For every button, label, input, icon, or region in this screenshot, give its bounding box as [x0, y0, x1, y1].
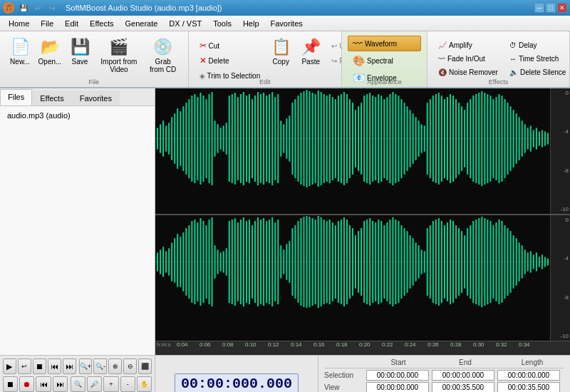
deletesilence-button[interactable]: 🔈 Delete Silence: [506, 66, 569, 78]
waveform-channel-2[interactable]: 0 -4 -8 -10: [155, 215, 570, 341]
svg-rect-208: [349, 225, 351, 299]
waveform-button[interactable]: 〰 Waveform: [348, 36, 421, 51]
menu-file[interactable]: File: [35, 18, 59, 29]
svg-rect-135: [539, 131, 540, 145]
cut-button[interactable]: ✂ Cut: [196, 38, 264, 53]
save-button[interactable]: 💾 Save: [66, 36, 94, 78]
svg-rect-228: [407, 231, 408, 293]
noise-button[interactable]: 🔇 Noise Remover: [435, 66, 502, 78]
zoom-out-h-button[interactable]: 🔍-: [93, 359, 107, 374]
menu-home[interactable]: Home: [3, 18, 35, 29]
selection-start-field[interactable]: [366, 370, 429, 381]
grab-label: Grab from CD: [147, 58, 179, 73]
prev-button[interactable]: ⏮: [48, 359, 61, 374]
selection-end-field[interactable]: [432, 370, 494, 381]
spectral-button[interactable]: 🎨 Spectral: [348, 53, 421, 68]
svg-rect-214: [366, 220, 368, 304]
zoom-v1-button[interactable]: +: [103, 376, 118, 392]
copy-button[interactable]: 📋 Copy: [266, 36, 295, 78]
svg-rect-68: [346, 94, 348, 183]
svg-rect-237: [432, 221, 434, 303]
zoom-in-v-button[interactable]: ⊕: [108, 359, 122, 374]
timeline-032: 0:32: [496, 341, 507, 348]
loop-button[interactable]: ↩: [18, 359, 31, 374]
svg-rect-66: [341, 94, 342, 183]
next-button[interactable]: ⏭: [63, 359, 76, 374]
hand-button[interactable]: ✋: [137, 376, 152, 392]
amplify-button[interactable]: 📈 Amplify: [435, 38, 502, 51]
stop2-button[interactable]: ⏹: [3, 376, 18, 392]
quick-btn-1[interactable]: 💾: [17, 1, 30, 14]
svg-rect-56: [312, 93, 314, 185]
zoom-in-h-button[interactable]: 🔍+: [79, 359, 93, 374]
svg-rect-74: [363, 96, 365, 182]
svg-rect-277: [547, 258, 549, 265]
skip-end-button[interactable]: ⏭: [53, 376, 68, 392]
stop-button[interactable]: ⏹: [33, 359, 46, 374]
menu-help[interactable]: Help: [237, 18, 265, 29]
list-item[interactable]: audio.mp3 (audio): [3, 109, 152, 122]
menu-favorites[interactable]: Favorites: [265, 18, 309, 29]
svg-rect-226: [400, 225, 402, 299]
fadein-button[interactable]: 〰 Fade In/Out: [435, 52, 502, 65]
zoom-v2-button[interactable]: -: [120, 376, 135, 392]
copy-label: Copy: [273, 58, 289, 66]
zoom-all-button[interactable]: 🔎: [87, 376, 102, 392]
view-end-field[interactable]: [432, 382, 494, 392]
svg-rect-5: [165, 125, 167, 151]
minimize-button[interactable]: ─: [534, 3, 544, 13]
svg-rect-227: [404, 228, 405, 296]
file-group-label: File: [0, 78, 188, 86]
svg-rect-268: [522, 245, 523, 278]
maximize-button[interactable]: □: [546, 3, 556, 13]
svg-rect-154: [194, 220, 195, 304]
waveform-area[interactable]: 0 -4 -8 -10: [155, 88, 570, 355]
view-length-field[interactable]: [497, 382, 560, 392]
info-section: Start End Length Selection View: [318, 356, 570, 392]
svg-rect-61: [326, 96, 328, 182]
close-button[interactable]: ✕: [557, 3, 567, 13]
quick-btn-2[interactable]: ↩: [31, 1, 44, 14]
svg-rect-19: [206, 99, 207, 178]
view-start-field[interactable]: [366, 382, 429, 392]
record-button[interactable]: ⏺: [19, 376, 34, 392]
delete-button[interactable]: ✕ Delete: [196, 53, 264, 68]
svg-rect-24: [220, 128, 222, 149]
menu-dxvst[interactable]: DX / VST: [163, 18, 207, 29]
selection-length-field[interactable]: [497, 370, 560, 381]
zoom-out-v-button[interactable]: ⊖: [123, 359, 137, 374]
svg-rect-235: [427, 228, 428, 296]
svg-rect-138: [547, 133, 549, 144]
quick-btn-3[interactable]: ↪: [46, 1, 58, 14]
window-controls[interactable]: ─ □ ✕: [534, 3, 567, 13]
paste-button[interactable]: 📌 Paste: [296, 36, 325, 78]
fit-button[interactable]: ⬛: [138, 359, 152, 374]
svg-rect-79: [378, 94, 379, 183]
zoom-sel-button[interactable]: 🔍: [71, 376, 86, 392]
menu-effects[interactable]: Effects: [84, 18, 119, 29]
open-button[interactable]: 📂 Open...: [36, 36, 64, 78]
transport-row-1: ▶ ↩ ⏹ ⏮ ⏭ 🔍+ 🔍- ⊕ ⊖ ⬛: [3, 359, 152, 374]
svg-rect-223: [392, 217, 393, 306]
play-button[interactable]: ▶: [3, 359, 16, 374]
import-button[interactable]: 🎬 Import from Video: [95, 36, 142, 78]
svg-rect-202: [332, 222, 333, 301]
svg-rect-158: [206, 225, 207, 299]
svg-rect-199: [323, 220, 325, 304]
menu-generate[interactable]: Generate: [119, 18, 163, 29]
tab-files[interactable]: Files: [0, 89, 32, 105]
timestretch-button[interactable]: ↔ Time Stretch: [506, 52, 569, 65]
new-button[interactable]: 📄 New...: [6, 36, 34, 78]
grab-button[interactable]: 💿 Grab from CD: [144, 36, 182, 78]
waveform-channel-1[interactable]: 0 -4 -8 -10: [155, 88, 570, 215]
svg-rect-263: [507, 228, 509, 296]
menu-edit[interactable]: Edit: [59, 18, 84, 29]
svg-rect-133: [533, 130, 534, 147]
delay-button[interactable]: ⏱ Delay: [506, 38, 569, 51]
skip-start-button[interactable]: ⏮: [36, 376, 51, 392]
svg-rect-255: [484, 218, 485, 306]
tab-effects[interactable]: Effects: [32, 91, 71, 105]
svg-rect-116: [484, 93, 485, 185]
menu-tools[interactable]: Tools: [207, 18, 237, 29]
tab-favorites[interactable]: Favorites: [72, 91, 120, 105]
